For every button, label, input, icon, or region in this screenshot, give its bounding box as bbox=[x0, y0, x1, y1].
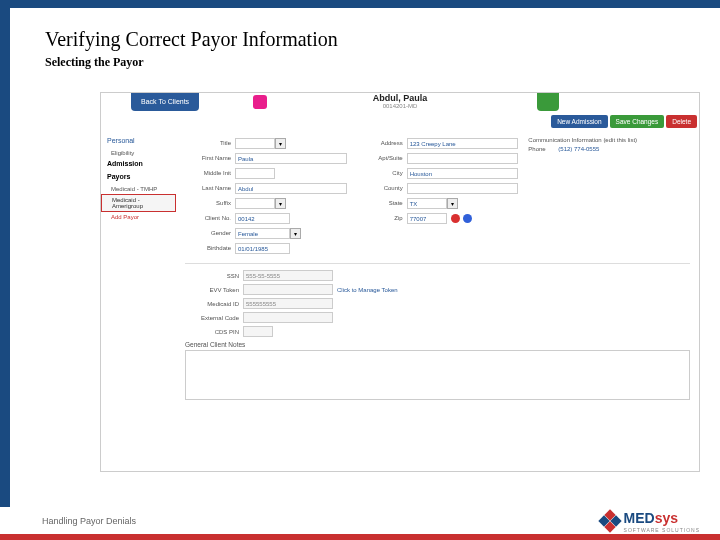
label-city: City bbox=[357, 170, 407, 176]
label-ext-code: External Code bbox=[185, 315, 243, 321]
patient-header: Abdul, Paula 0014201-MD bbox=[101, 93, 699, 109]
input-address[interactable]: 123 Creepy Lane bbox=[407, 138, 519, 149]
input-state[interactable]: TX bbox=[407, 198, 447, 209]
label-cds: CDS PIN bbox=[185, 329, 243, 335]
page-title: Verifying Correct Payor Information bbox=[45, 28, 338, 51]
label-ssn: SSN bbox=[185, 273, 243, 279]
label-address: Address bbox=[357, 140, 407, 146]
input-gender[interactable]: Female bbox=[235, 228, 290, 239]
input-cds[interactable] bbox=[243, 326, 273, 337]
sidebar-payor-tmhp[interactable]: Medicaid - TMHP bbox=[101, 184, 176, 194]
form-col-mid: Address123 Creepy Lane Apt/Suite CityHou… bbox=[357, 137, 519, 257]
logo-text-sys: sys bbox=[655, 510, 678, 526]
input-medicaid[interactable]: 555555555 bbox=[243, 298, 333, 309]
label-medicaid: Medicaid ID bbox=[185, 301, 243, 307]
input-firstname[interactable]: Paula bbox=[235, 153, 347, 164]
app-header: Back To Clients Abdul, Paula 0014201-MD bbox=[101, 93, 699, 111]
sidebar-nav: Personal Eligibility Admission Payors Me… bbox=[101, 135, 176, 222]
input-county[interactable] bbox=[407, 183, 519, 194]
input-clientno[interactable]: 00142 bbox=[235, 213, 290, 224]
label-title: Title bbox=[185, 140, 235, 146]
input-notes[interactable] bbox=[185, 350, 690, 400]
label-firstname: First Name bbox=[185, 155, 235, 161]
label-lastname: Last Name bbox=[185, 185, 235, 191]
value-phone: (512) 774-0555 bbox=[558, 146, 599, 152]
label-evv: EVV Token bbox=[185, 287, 243, 293]
form-security-section: SSN555-55-5555 EVV TokenClick to Manage … bbox=[185, 270, 690, 337]
slide-top-bar bbox=[0, 0, 720, 8]
medsys-logo: MEDsys SOFTWARE SOLUTIONS bbox=[600, 509, 700, 533]
input-suffix[interactable] bbox=[235, 198, 275, 209]
footer-text: Handling Payor Denials bbox=[42, 516, 600, 526]
label-county: County bbox=[357, 185, 407, 191]
form-divider bbox=[185, 263, 690, 264]
input-apt[interactable] bbox=[407, 153, 519, 164]
input-city[interactable]: Houston bbox=[407, 168, 519, 179]
map-icon[interactable] bbox=[463, 214, 472, 223]
app-screenshot: Back To Clients Abdul, Paula 0014201-MD … bbox=[100, 92, 700, 472]
input-zip[interactable]: 77007 bbox=[407, 213, 447, 224]
label-birthdate: Birthdate bbox=[185, 245, 235, 251]
title-block: Verifying Correct Payor Information Sele… bbox=[45, 28, 338, 70]
delete-button[interactable]: Delete bbox=[666, 115, 697, 128]
label-phone: Phone bbox=[528, 146, 558, 152]
patient-id: 0014201-MD bbox=[101, 103, 699, 109]
logo-text-med: MED bbox=[624, 510, 655, 526]
label-middle: Middle Init bbox=[185, 170, 235, 176]
label-state: State bbox=[357, 200, 407, 206]
chevron-down-icon[interactable]: ▾ bbox=[275, 138, 286, 149]
chevron-down-icon[interactable]: ▾ bbox=[447, 198, 458, 209]
page-subtitle: Selecting the Payor bbox=[45, 55, 338, 70]
form-col-right: Communication Information (edit this lis… bbox=[528, 137, 690, 257]
chevron-down-icon[interactable]: ▾ bbox=[275, 198, 286, 209]
form-main: Title▾ First NamePaula Middle Init Last … bbox=[181, 133, 694, 404]
input-ext-code[interactable] bbox=[243, 312, 333, 323]
sidebar-item-personal[interactable]: Personal bbox=[101, 135, 176, 146]
save-changes-button[interactable]: Save Changes bbox=[610, 115, 665, 128]
sidebar-item-payors[interactable]: Payors bbox=[101, 171, 176, 182]
sidebar-payor-amerigroup[interactable]: Medicaid - Amerigroup bbox=[101, 194, 176, 212]
logo-icon bbox=[600, 511, 620, 531]
chevron-down-icon[interactable]: ▾ bbox=[290, 228, 301, 239]
new-admission-button[interactable]: New Admission bbox=[551, 115, 607, 128]
label-notes: General Client Notes bbox=[185, 341, 690, 348]
comm-info-header[interactable]: Communication Information (edit this lis… bbox=[528, 137, 690, 143]
input-middle[interactable] bbox=[235, 168, 275, 179]
label-clientno: Client No. bbox=[185, 215, 235, 221]
logo-tagline: SOFTWARE SOLUTIONS bbox=[624, 527, 700, 533]
slide-left-bar bbox=[0, 0, 10, 507]
input-lastname[interactable]: Abdul bbox=[235, 183, 347, 194]
action-buttons: New Admission Save Changes Delete bbox=[551, 115, 697, 128]
label-gender: Gender bbox=[185, 230, 235, 236]
input-ssn[interactable]: 555-55-5555 bbox=[243, 270, 333, 281]
footer-red-bar bbox=[0, 534, 720, 540]
label-zip: Zip bbox=[357, 215, 407, 221]
input-title[interactable] bbox=[235, 138, 275, 149]
sidebar-add-payor[interactable]: Add Payor bbox=[101, 212, 176, 222]
label-apt: Apt/Suite bbox=[357, 155, 407, 161]
input-birthdate[interactable]: 01/01/1985 bbox=[235, 243, 290, 254]
zip-action-icons bbox=[451, 214, 472, 223]
validate-icon[interactable] bbox=[451, 214, 460, 223]
slide-footer: Handling Payor Denials MEDsys SOFTWARE S… bbox=[0, 507, 720, 540]
status-icon bbox=[537, 93, 559, 111]
input-evv[interactable] bbox=[243, 284, 333, 295]
sidebar-item-admission[interactable]: Admission bbox=[101, 158, 176, 169]
slide-left-spacer bbox=[10, 8, 40, 507]
sidebar-item-eligibility[interactable]: Eligibility bbox=[101, 148, 176, 158]
patient-name: Abdul, Paula bbox=[101, 93, 699, 103]
label-suffix: Suffix bbox=[185, 200, 235, 206]
form-col-left: Title▾ First NamePaula Middle Init Last … bbox=[185, 137, 347, 257]
manage-token-link[interactable]: Click to Manage Token bbox=[337, 287, 398, 293]
